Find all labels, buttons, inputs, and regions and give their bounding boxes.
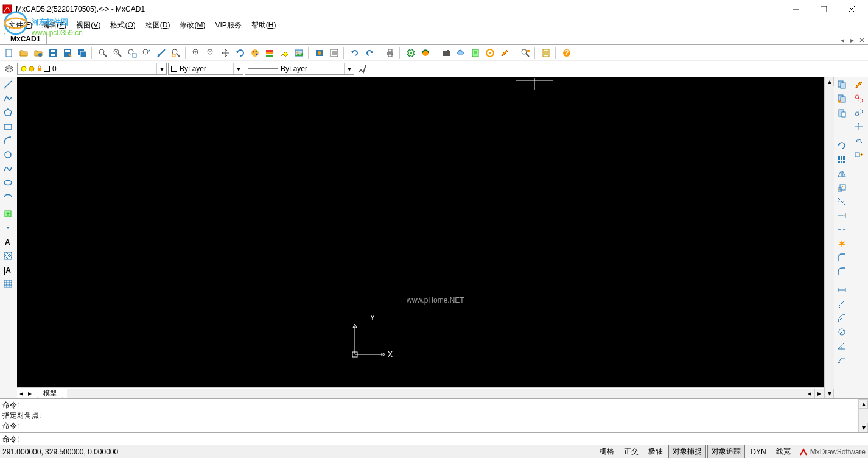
print-icon[interactable] bbox=[383, 46, 397, 60]
vscroll-up-icon[interactable]: ▴ bbox=[825, 77, 834, 86]
menu-modify[interactable]: 修改(M) bbox=[175, 19, 210, 32]
render-icon[interactable] bbox=[313, 46, 326, 60]
explode-icon[interactable] bbox=[835, 237, 849, 250]
layer-selector[interactable]: 0 ▾ bbox=[17, 63, 167, 75]
copy-object-icon[interactable] bbox=[852, 106, 866, 119]
note-icon[interactable] bbox=[469, 46, 482, 60]
layout-prev-button[interactable]: ◂ bbox=[17, 389, 26, 398]
pencil-icon[interactable] bbox=[498, 46, 511, 60]
rectangle-icon[interactable] bbox=[1, 120, 15, 133]
extend-icon[interactable] bbox=[835, 209, 849, 222]
osnap-toggle[interactable]: 对象捕捉 bbox=[668, 445, 706, 458]
trim-icon[interactable] bbox=[835, 195, 849, 208]
menu-draw[interactable]: 绘图(D) bbox=[141, 19, 175, 32]
open-folder-icon[interactable] bbox=[17, 46, 30, 60]
dim-angular-icon[interactable] bbox=[835, 339, 849, 353]
layout-next-button[interactable]: ▸ bbox=[26, 389, 34, 398]
globe-icon[interactable] bbox=[404, 46, 418, 60]
dim-diameter-icon[interactable] bbox=[835, 325, 849, 339]
zoom-window-icon[interactable] bbox=[169, 46, 183, 60]
save-icon[interactable] bbox=[46, 46, 60, 60]
zoom-previous-icon[interactable] bbox=[190, 46, 203, 60]
vscroll-down-icon[interactable]: ▾ bbox=[825, 389, 834, 398]
color-dropdown-icon[interactable]: ▾ bbox=[233, 63, 243, 74]
array-icon[interactable] bbox=[835, 153, 849, 166]
close-button[interactable] bbox=[838, 0, 866, 18]
offset-icon[interactable] bbox=[852, 134, 866, 147]
dim-aligned-icon[interactable] bbox=[835, 297, 849, 311]
menu-help[interactable]: 帮助(H) bbox=[247, 19, 281, 32]
rotate-icon[interactable] bbox=[835, 139, 849, 152]
image-icon[interactable] bbox=[292, 46, 306, 60]
chamfer-icon[interactable] bbox=[835, 251, 849, 264]
paste-icon[interactable] bbox=[835, 106, 849, 119]
hscroll-left-icon[interactable]: ◂ bbox=[805, 389, 814, 398]
list-icon[interactable] bbox=[539, 46, 553, 60]
menu-view[interactable]: 视图(V) bbox=[71, 19, 105, 32]
tab-close-button[interactable]: ✕ bbox=[858, 36, 866, 44]
circle-icon[interactable] bbox=[1, 148, 15, 161]
table-icon[interactable] bbox=[1, 277, 15, 291]
marker-icon[interactable] bbox=[483, 46, 497, 60]
snap-grid-toggle[interactable]: 栅格 bbox=[595, 445, 618, 458]
zoom-extents-icon[interactable] bbox=[125, 46, 139, 60]
fillet-icon[interactable] bbox=[835, 265, 849, 278]
ortho-toggle[interactable]: 正交 bbox=[620, 445, 643, 458]
hscroll-right-icon[interactable]: ▸ bbox=[814, 389, 824, 398]
zoom-realtime-icon[interactable] bbox=[140, 46, 153, 60]
pan-icon[interactable] bbox=[219, 46, 233, 60]
help-circle-icon[interactable]: ? bbox=[560, 46, 573, 60]
properties-icon[interactable] bbox=[327, 46, 341, 60]
stretch-icon[interactable] bbox=[852, 148, 866, 161]
model-tab[interactable]: 模型 bbox=[37, 388, 63, 399]
insert-block-icon[interactable] bbox=[1, 207, 15, 220]
ellipse-arc-icon[interactable] bbox=[1, 190, 15, 203]
point-icon[interactable] bbox=[1, 221, 15, 234]
menu-vip[interactable]: VIP服务 bbox=[210, 19, 246, 32]
highlight-icon[interactable] bbox=[278, 46, 291, 60]
save-all-icon[interactable] bbox=[75, 46, 89, 60]
maximize-button[interactable] bbox=[810, 0, 838, 18]
mtext-icon[interactable]: |A bbox=[1, 263, 15, 277]
dim-leader-icon[interactable] bbox=[835, 353, 849, 367]
new-file-icon[interactable] bbox=[2, 46, 16, 60]
undo-icon[interactable] bbox=[348, 46, 362, 60]
cloud-icon[interactable] bbox=[454, 46, 467, 60]
dim-linear-icon[interactable] bbox=[835, 283, 849, 297]
edit-pencil-icon[interactable] bbox=[852, 78, 866, 91]
break-icon[interactable] bbox=[835, 223, 849, 236]
drawing-canvas[interactable]: www.pHome.NET Y X bbox=[17, 77, 824, 387]
camera-icon[interactable]: < circle cx="8" cy="9" r="2.5" fill="#2a… bbox=[439, 46, 453, 60]
horizontal-scrollbar[interactable]: ◂ ▸ bbox=[67, 389, 824, 398]
mirror-icon[interactable] bbox=[835, 167, 849, 180]
lineweight-toggle[interactable]: 线宽 bbox=[772, 445, 795, 458]
linetype-dropdown-icon[interactable]: ▾ bbox=[344, 63, 354, 74]
refresh-globe-icon[interactable] bbox=[419, 46, 432, 60]
cmd-scrollbar[interactable]: ▴▾ bbox=[858, 399, 868, 432]
layer-manager-icon[interactable] bbox=[2, 62, 16, 76]
tab-next-button[interactable]: ▸ bbox=[848, 36, 856, 44]
open-dwg-icon[interactable] bbox=[32, 46, 45, 60]
linetype-selector[interactable]: ByLayer ▾ bbox=[245, 63, 354, 75]
otrack-toggle[interactable]: 对象追踪 bbox=[707, 445, 745, 458]
polyline-icon[interactable] bbox=[1, 92, 15, 105]
regen-icon[interactable] bbox=[234, 46, 247, 60]
polygon-icon[interactable] bbox=[1, 106, 15, 119]
dim-radius-icon[interactable] bbox=[835, 311, 849, 325]
arc-icon[interactable] bbox=[1, 134, 15, 147]
command-input[interactable] bbox=[21, 433, 868, 445]
find-icon[interactable] bbox=[519, 46, 532, 60]
doc-tab-mxcad1[interactable]: MxCAD1 bbox=[4, 33, 47, 44]
scale-icon[interactable] bbox=[835, 181, 849, 194]
vertical-scrollbar[interactable]: ▴ ▾ bbox=[824, 77, 834, 398]
menu-edit[interactable]: 编辑(E) bbox=[37, 19, 71, 32]
layer-dropdown-icon[interactable]: ▾ bbox=[156, 63, 166, 74]
save-as-icon[interactable] bbox=[61, 46, 74, 60]
minimize-button[interactable] bbox=[782, 0, 810, 18]
hatch-icon[interactable] bbox=[1, 249, 15, 262]
move-icon[interactable] bbox=[852, 120, 866, 133]
color-selector[interactable]: ByLayer ▾ bbox=[168, 63, 243, 75]
line-icon[interactable] bbox=[1, 78, 15, 91]
zoom-scale-icon[interactable] bbox=[155, 46, 168, 60]
tab-prev-button[interactable]: ◂ bbox=[838, 36, 847, 44]
